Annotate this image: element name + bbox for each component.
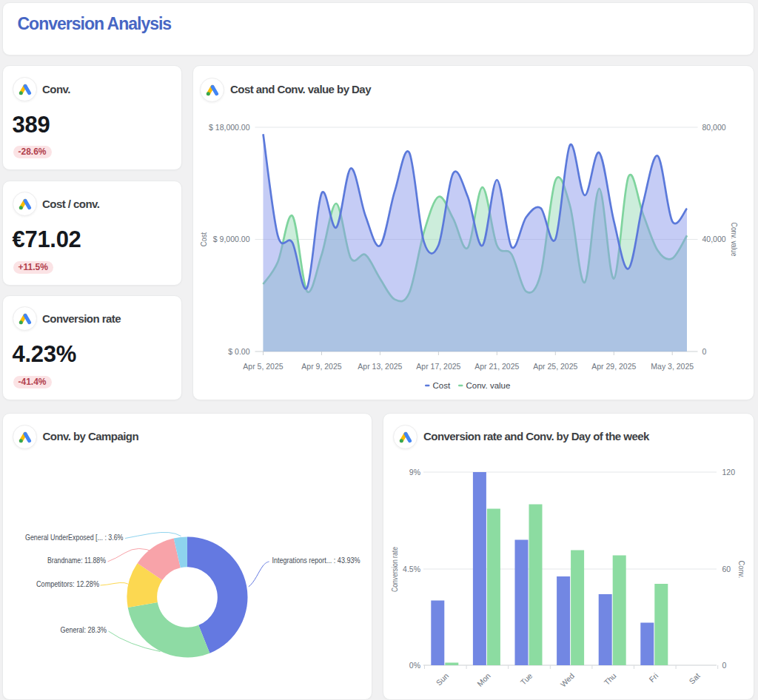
svg-text:Mon: Mon xyxy=(475,670,492,687)
svg-text:Tue: Tue xyxy=(518,670,534,686)
svg-text:$ 9,000.00: $ 9,000.00 xyxy=(212,235,249,243)
svg-text:Apr 9, 2025: Apr 9, 2025 xyxy=(301,362,341,371)
svg-text:May 3, 2025: May 3, 2025 xyxy=(651,362,694,371)
svg-text:Wed: Wed xyxy=(558,670,576,688)
svg-text:Brandname: 11.88%: Brandname: 11.88% xyxy=(47,556,106,565)
svg-text:Fri: Fri xyxy=(647,670,660,683)
svg-text:0: 0 xyxy=(722,660,727,669)
svg-text:Conversion rate: Conversion rate xyxy=(390,546,399,591)
svg-text:Apr 29, 2025: Apr 29, 2025 xyxy=(591,362,636,371)
svg-text:Sun: Sun xyxy=(435,670,451,687)
svg-text:4.5%: 4.5% xyxy=(403,564,420,573)
svg-text:Conv. value: Conv. value xyxy=(729,223,738,257)
svg-text:General UnderExposed [... : 3.: General UnderExposed [... : 3.6% xyxy=(25,532,124,541)
svg-text:60: 60 xyxy=(722,564,731,573)
svg-text:Sat: Sat xyxy=(687,670,702,685)
svg-text:Integrations report... : 43.93: Integrations report... : 43.93% xyxy=(272,556,360,565)
svg-text:80,000: 80,000 xyxy=(702,123,725,132)
svg-text:120: 120 xyxy=(722,467,736,476)
svg-text:Apr 21, 2025: Apr 21, 2025 xyxy=(474,362,519,371)
svg-text:$ 18,000.00: $ 18,000.00 xyxy=(209,123,250,132)
svg-text:Conv. value: Conv. value xyxy=(466,381,510,390)
svg-text:0: 0 xyxy=(702,347,706,356)
svg-text:Apr 17, 2025: Apr 17, 2025 xyxy=(416,362,460,371)
svg-text:9%: 9% xyxy=(409,467,420,476)
svg-text:Apr 13, 2025: Apr 13, 2025 xyxy=(358,362,402,371)
svg-text:Thu: Thu xyxy=(602,670,617,686)
svg-text:Cost: Cost xyxy=(198,232,207,247)
svg-text:Cost: Cost xyxy=(432,381,450,390)
svg-text:Conv.: Conv. xyxy=(737,560,746,578)
svg-text:Competitors: 12.28%: Competitors: 12.28% xyxy=(36,579,99,588)
svg-text:Apr 25, 2025: Apr 25, 2025 xyxy=(533,362,577,371)
svg-text:$ 0.00: $ 0.00 xyxy=(228,347,249,356)
svg-text:0%: 0% xyxy=(409,660,420,669)
svg-text:40,000: 40,000 xyxy=(702,235,725,243)
svg-text:Apr 5, 2025: Apr 5, 2025 xyxy=(243,362,283,371)
svg-text:General: 28.3%: General: 28.3% xyxy=(60,625,107,633)
